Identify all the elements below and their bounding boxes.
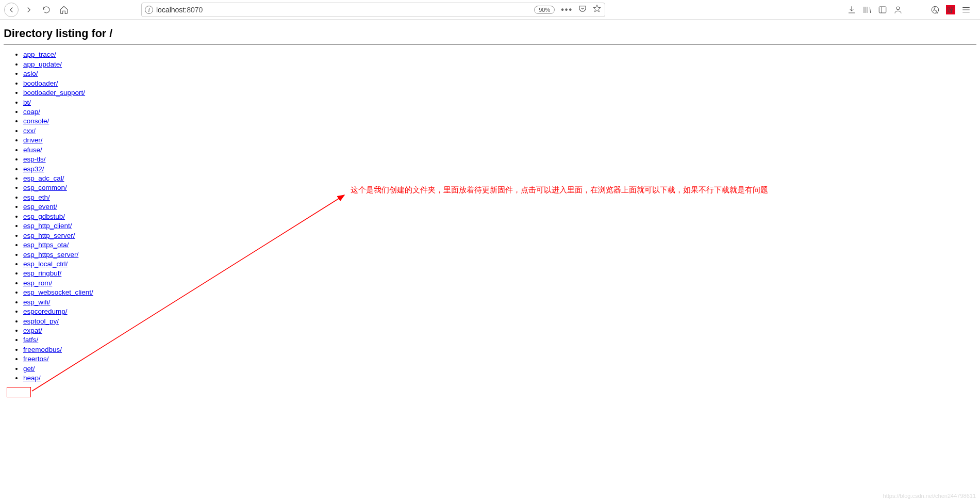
- list-item: esp_https_server/: [23, 250, 976, 260]
- list-item: esp32/: [23, 165, 976, 174]
- directory-link[interactable]: bootloader/: [23, 79, 58, 87]
- forward-button[interactable]: [22, 3, 36, 17]
- adobe-icon[interactable]: [946, 5, 955, 14]
- directory-link[interactable]: get/: [23, 365, 35, 373]
- browser-toolbar: i localhost:8070 90% •••: [0, 0, 980, 20]
- list-item: get/: [23, 364, 976, 374]
- list-item: esp_adc_cal/: [23, 174, 976, 183]
- directory-link[interactable]: esp_local_ctrl/: [23, 260, 68, 268]
- annotation-text: 这个是我们创建的文件夹，里面放着待更新固件，点击可以进入里面，在浏览器上面就可以…: [351, 184, 789, 196]
- list-item: asio/: [23, 69, 976, 78]
- list-item: esp_gdbstub/: [23, 212, 976, 221]
- watermark: https://blog.csdn.net/chen244798611: [883, 493, 976, 499]
- home-button[interactable]: [57, 3, 71, 17]
- pocket-icon[interactable]: [578, 4, 587, 15]
- list-item: bootloader/: [23, 79, 976, 88]
- zoom-badge[interactable]: 90%: [534, 6, 555, 14]
- list-item: heap/: [23, 374, 976, 383]
- downloads-icon[interactable]: [847, 5, 856, 14]
- list-item: cxx/: [23, 126, 976, 136]
- directory-link[interactable]: esp-tls/: [23, 155, 46, 163]
- list-item: esp_wifi/: [23, 298, 976, 307]
- reload-button[interactable]: [39, 3, 54, 17]
- list-item: freertos/: [23, 354, 976, 364]
- directory-link[interactable]: console/: [23, 117, 49, 125]
- list-item: bt/: [23, 98, 976, 107]
- library-icon[interactable]: [862, 5, 872, 14]
- list-item: expat/: [23, 326, 976, 335]
- directory-link[interactable]: bootloader_support/: [23, 89, 85, 96]
- list-item: bootloader_support/: [23, 88, 976, 98]
- directory-link[interactable]: app_trace/: [23, 51, 56, 58]
- list-item: esp-tls/: [23, 155, 976, 164]
- directory-link[interactable]: esp_ringbuf/: [23, 269, 61, 277]
- directory-link[interactable]: esp_http_client/: [23, 222, 72, 230]
- list-item: driver/: [23, 136, 976, 145]
- page-title: Directory listing for /: [4, 27, 976, 40]
- directory-link[interactable]: bt/: [23, 99, 31, 106]
- list-item: esptool_py/: [23, 317, 976, 326]
- translate-icon[interactable]: [931, 5, 940, 14]
- directory-link[interactable]: expat/: [23, 327, 42, 334]
- directory-link[interactable]: esp_https_server/: [23, 251, 78, 258]
- list-item: esp_local_ctrl/: [23, 260, 976, 269]
- directory-link[interactable]: fatfs/: [23, 336, 38, 344]
- account-icon[interactable]: [893, 5, 903, 14]
- directory-link[interactable]: esp_wifi/: [23, 298, 51, 306]
- divider: [4, 44, 976, 45]
- page-content: Directory listing for / app_trace/app_up…: [0, 20, 980, 387]
- directory-link[interactable]: driver/: [23, 136, 43, 144]
- list-item: esp_event/: [23, 202, 976, 212]
- directory-link[interactable]: esp32/: [23, 165, 44, 173]
- list-item: app_update/: [23, 60, 976, 69]
- list-item: espcoredump/: [23, 307, 976, 316]
- directory-link[interactable]: efuse/: [23, 146, 42, 154]
- info-icon[interactable]: i: [145, 6, 153, 14]
- list-item: esp_http_server/: [23, 231, 976, 240]
- directory-link[interactable]: coap/: [23, 108, 40, 116]
- directory-link[interactable]: freertos/: [23, 355, 49, 363]
- directory-list: app_trace/app_update/asio/bootloader/boo…: [4, 50, 976, 382]
- list-item: esp_http_client/: [23, 221, 976, 231]
- back-button[interactable]: [4, 3, 19, 17]
- list-item: app_trace/: [23, 50, 976, 59]
- list-item: coap/: [23, 107, 976, 117]
- directory-link[interactable]: esp_eth/: [23, 193, 50, 201]
- bookmark-star-icon[interactable]: [592, 4, 602, 15]
- list-item: efuse/: [23, 146, 976, 155]
- menu-icon[interactable]: [961, 5, 971, 14]
- page-actions-icon[interactable]: •••: [561, 5, 573, 14]
- url-text: localhost:8070: [156, 6, 531, 14]
- directory-link[interactable]: espcoredump/: [23, 308, 68, 315]
- list-item: esp_websocket_client/: [23, 288, 976, 297]
- svg-rect-0: [879, 7, 886, 13]
- directory-link[interactable]: esp_rom/: [23, 279, 52, 287]
- list-item: fatfs/: [23, 335, 976, 345]
- svg-point-1: [896, 7, 900, 10]
- toolbar-right-icons: [847, 5, 976, 14]
- directory-link[interactable]: esp_websocket_client/: [23, 288, 93, 296]
- directory-link[interactable]: app_update/: [23, 60, 62, 68]
- list-item: freemodbus/: [23, 345, 976, 354]
- sidebar-icon[interactable]: [878, 5, 887, 14]
- directory-link[interactable]: esp_common/: [23, 184, 67, 191]
- directory-link[interactable]: esp_http_server/: [23, 232, 75, 239]
- directory-link[interactable]: cxx/: [23, 127, 36, 135]
- list-item: esp_ringbuf/: [23, 269, 976, 278]
- directory-link[interactable]: esp_gdbstub/: [23, 213, 65, 220]
- directory-link[interactable]: esp_https_ota/: [23, 241, 69, 249]
- list-item: esp_rom/: [23, 279, 976, 288]
- annotation-box: [7, 387, 31, 397]
- list-item: esp_https_ota/: [23, 240, 976, 250]
- directory-link[interactable]: freemodbus/: [23, 346, 62, 353]
- directory-link[interactable]: esp_adc_cal/: [23, 174, 64, 182]
- directory-link[interactable]: esptool_py/: [23, 317, 59, 325]
- list-item: console/: [23, 117, 976, 126]
- directory-link[interactable]: esp_event/: [23, 203, 57, 211]
- directory-link[interactable]: asio/: [23, 70, 38, 77]
- url-bar[interactable]: i localhost:8070 90% •••: [141, 3, 605, 17]
- directory-link[interactable]: heap/: [23, 374, 41, 382]
